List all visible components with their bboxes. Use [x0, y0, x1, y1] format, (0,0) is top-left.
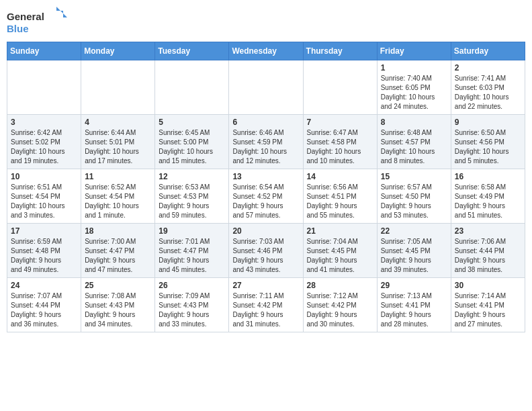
- day-number: 27: [232, 281, 299, 290]
- day-number: 24: [11, 281, 77, 290]
- day-number: 3: [11, 118, 77, 127]
- calendar-cell: [81, 60, 155, 115]
- day-number: 30: [455, 281, 521, 290]
- day-number: 28: [307, 281, 373, 290]
- calendar-cell: 17Sunrise: 6:59 AM Sunset: 4:48 PM Dayli…: [7, 224, 81, 278]
- calendar-cell: 14Sunrise: 6:56 AM Sunset: 4:51 PM Dayli…: [303, 169, 377, 224]
- calendar-cell: 8Sunrise: 6:48 AM Sunset: 4:57 PM Daylig…: [377, 115, 451, 169]
- calendar-cell: 26Sunrise: 7:09 AM Sunset: 4:43 PM Dayli…: [155, 278, 229, 332]
- calendar-cell: 21Sunrise: 7:04 AM Sunset: 4:45 PM Dayli…: [303, 224, 377, 278]
- calendar-day-header: Tuesday: [155, 42, 229, 60]
- day-info: Sunrise: 7:40 AM Sunset: 6:05 PM Dayligh…: [381, 74, 447, 111]
- day-number: 15: [381, 172, 447, 181]
- day-info: Sunrise: 7:06 AM Sunset: 4:44 PM Dayligh…: [455, 237, 521, 275]
- calendar-cell: 16Sunrise: 6:58 AM Sunset: 4:49 PM Dayli…: [451, 169, 525, 224]
- day-number: 20: [232, 226, 299, 236]
- calendar-cell: [155, 60, 229, 115]
- day-info: Sunrise: 7:08 AM Sunset: 4:43 PM Dayligh…: [85, 291, 151, 329]
- calendar-cell: 30Sunrise: 7:14 AM Sunset: 4:41 PM Dayli…: [451, 278, 525, 332]
- day-number: 21: [307, 226, 373, 236]
- calendar-cell: 11Sunrise: 6:52 AM Sunset: 4:54 PM Dayli…: [81, 169, 155, 224]
- calendar-table: SundayMondayTuesdayWednesdayThursdayFrid…: [7, 42, 525, 332]
- day-info: Sunrise: 7:13 AM Sunset: 4:41 PM Dayligh…: [381, 291, 447, 329]
- day-info: Sunrise: 6:57 AM Sunset: 4:50 PM Dayligh…: [381, 183, 447, 220]
- calendar-cell: 28Sunrise: 7:12 AM Sunset: 4:42 PM Dayli…: [303, 278, 377, 332]
- calendar-cell: 23Sunrise: 7:06 AM Sunset: 4:44 PM Dayli…: [451, 224, 525, 278]
- day-number: 9: [455, 118, 521, 127]
- day-info: Sunrise: 6:54 AM Sunset: 4:52 PM Dayligh…: [232, 183, 299, 220]
- logo-svg: General Blue: [7, 7, 67, 36]
- calendar-week-row: 24Sunrise: 7:07 AM Sunset: 4:44 PM Dayli…: [7, 278, 525, 332]
- svg-marker-2: [56, 7, 67, 17]
- day-info: Sunrise: 7:05 AM Sunset: 4:45 PM Dayligh…: [381, 237, 447, 275]
- calendar-week-row: 3Sunrise: 6:42 AM Sunset: 5:02 PM Daylig…: [7, 115, 525, 169]
- svg-text:General: General: [7, 11, 44, 22]
- calendar-cell: 15Sunrise: 6:57 AM Sunset: 4:50 PM Dayli…: [377, 169, 451, 224]
- day-number: 12: [159, 172, 225, 181]
- day-number: 22: [381, 226, 447, 236]
- day-number: 18: [85, 226, 151, 236]
- day-number: 14: [307, 172, 373, 181]
- day-info: Sunrise: 6:48 AM Sunset: 4:57 PM Dayligh…: [381, 128, 447, 166]
- calendar-day-header: Friday: [377, 42, 451, 60]
- day-number: 1: [381, 63, 447, 73]
- day-info: Sunrise: 6:59 AM Sunset: 4:48 PM Dayligh…: [11, 237, 77, 275]
- day-number: 29: [381, 281, 447, 290]
- day-number: 8: [381, 118, 447, 127]
- calendar-cell: 12Sunrise: 6:53 AM Sunset: 4:53 PM Dayli…: [155, 169, 229, 224]
- calendar-cell: [229, 60, 303, 115]
- calendar-cell: 3Sunrise: 6:42 AM Sunset: 5:02 PM Daylig…: [7, 115, 81, 169]
- day-info: Sunrise: 6:45 AM Sunset: 5:00 PM Dayligh…: [159, 128, 225, 166]
- svg-text:Blue: Blue: [7, 23, 29, 34]
- day-info: Sunrise: 7:12 AM Sunset: 4:42 PM Dayligh…: [307, 291, 373, 329]
- calendar-day-header: Thursday: [303, 42, 377, 60]
- day-info: Sunrise: 7:14 AM Sunset: 4:41 PM Dayligh…: [455, 291, 521, 329]
- calendar-cell: 6Sunrise: 6:46 AM Sunset: 4:59 PM Daylig…: [229, 115, 303, 169]
- day-info: Sunrise: 6:56 AM Sunset: 4:51 PM Dayligh…: [307, 183, 373, 220]
- day-info: Sunrise: 6:52 AM Sunset: 4:54 PM Dayligh…: [85, 183, 151, 220]
- calendar-cell: 7Sunrise: 6:47 AM Sunset: 4:58 PM Daylig…: [303, 115, 377, 169]
- calendar-cell: 24Sunrise: 7:07 AM Sunset: 4:44 PM Dayli…: [7, 278, 81, 332]
- calendar-day-header: Sunday: [7, 42, 81, 60]
- calendar-cell: 4Sunrise: 6:44 AM Sunset: 5:01 PM Daylig…: [81, 115, 155, 169]
- calendar-cell: [303, 60, 377, 115]
- day-number: 5: [159, 118, 225, 127]
- day-info: Sunrise: 7:03 AM Sunset: 4:46 PM Dayligh…: [232, 237, 299, 275]
- day-info: Sunrise: 6:47 AM Sunset: 4:58 PM Dayligh…: [307, 128, 373, 166]
- calendar-cell: 5Sunrise: 6:45 AM Sunset: 5:00 PM Daylig…: [155, 115, 229, 169]
- day-number: 16: [455, 172, 521, 181]
- day-info: Sunrise: 6:58 AM Sunset: 4:49 PM Dayligh…: [455, 183, 521, 220]
- day-number: 6: [232, 118, 299, 127]
- day-number: 11: [85, 172, 151, 181]
- logo: General Blue: [7, 7, 67, 36]
- calendar-cell: 22Sunrise: 7:05 AM Sunset: 4:45 PM Dayli…: [377, 224, 451, 278]
- calendar-cell: 2Sunrise: 7:41 AM Sunset: 6:03 PM Daylig…: [451, 60, 525, 115]
- calendar-week-row: 1Sunrise: 7:40 AM Sunset: 6:05 PM Daylig…: [7, 60, 525, 115]
- day-number: 26: [159, 281, 225, 290]
- day-number: 23: [455, 226, 521, 236]
- calendar-day-header: Saturday: [451, 42, 525, 60]
- day-info: Sunrise: 7:04 AM Sunset: 4:45 PM Dayligh…: [307, 237, 373, 275]
- day-info: Sunrise: 7:00 AM Sunset: 4:47 PM Dayligh…: [85, 237, 151, 275]
- calendar-cell: 13Sunrise: 6:54 AM Sunset: 4:52 PM Dayli…: [229, 169, 303, 224]
- day-info: Sunrise: 7:11 AM Sunset: 4:42 PM Dayligh…: [232, 291, 299, 329]
- day-info: Sunrise: 6:44 AM Sunset: 5:01 PM Dayligh…: [85, 128, 151, 166]
- day-info: Sunrise: 6:51 AM Sunset: 4:54 PM Dayligh…: [11, 183, 77, 220]
- day-number: 10: [11, 172, 77, 181]
- day-info: Sunrise: 7:01 AM Sunset: 4:47 PM Dayligh…: [159, 237, 225, 275]
- day-info: Sunrise: 6:42 AM Sunset: 5:02 PM Dayligh…: [11, 128, 77, 166]
- calendar-cell: 27Sunrise: 7:11 AM Sunset: 4:42 PM Dayli…: [229, 278, 303, 332]
- day-info: Sunrise: 7:07 AM Sunset: 4:44 PM Dayligh…: [11, 291, 77, 329]
- calendar-day-header: Wednesday: [229, 42, 303, 60]
- calendar-cell: 25Sunrise: 7:08 AM Sunset: 4:43 PM Dayli…: [81, 278, 155, 332]
- calendar-cell: 18Sunrise: 7:00 AM Sunset: 4:47 PM Dayli…: [81, 224, 155, 278]
- calendar-body: 1Sunrise: 7:40 AM Sunset: 6:05 PM Daylig…: [7, 60, 525, 332]
- day-info: Sunrise: 6:53 AM Sunset: 4:53 PM Dayligh…: [159, 183, 225, 220]
- calendar-cell: 19Sunrise: 7:01 AM Sunset: 4:47 PM Dayli…: [155, 224, 229, 278]
- calendar-cell: 10Sunrise: 6:51 AM Sunset: 4:54 PM Dayli…: [7, 169, 81, 224]
- day-info: Sunrise: 6:46 AM Sunset: 4:59 PM Dayligh…: [232, 128, 299, 166]
- day-number: 2: [455, 63, 521, 73]
- calendar-week-row: 17Sunrise: 6:59 AM Sunset: 4:48 PM Dayli…: [7, 224, 525, 278]
- calendar-cell: 29Sunrise: 7:13 AM Sunset: 4:41 PM Dayli…: [377, 278, 451, 332]
- day-number: 7: [307, 118, 373, 127]
